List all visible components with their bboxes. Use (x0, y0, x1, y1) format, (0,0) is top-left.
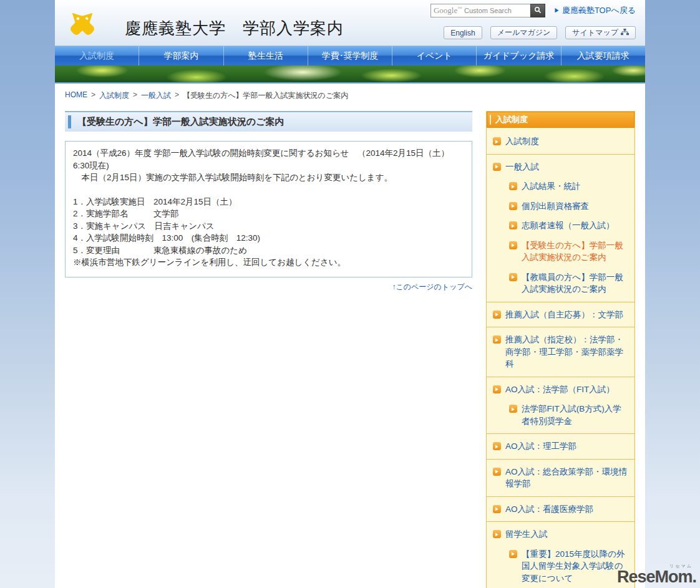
keio-top-link[interactable]: ▶ 慶應義塾TOPへ戻る (554, 5, 636, 16)
sidebar-item-examinee-info-current[interactable]: 【受験生の方へ】学部一般入試実施状況のご案内 (492, 236, 630, 267)
notice-list-item: 5．変更理由 東急東横線の事故のため (73, 244, 464, 257)
english-button[interactable]: English (444, 26, 482, 39)
arrow-square-icon (509, 202, 517, 210)
main-nav: 入試制度 学部案内 塾生生活 学費･奨学制度 イベント ガイドブック請求 入試要… (55, 46, 645, 65)
arrow-square-icon (493, 530, 501, 538)
notice-list-item: 3．実施キャンパス 日吉キャンパス (73, 220, 464, 233)
keio-pen-logo-icon (62, 4, 102, 44)
sidebar-group: 推薦入試（自主応募）：文学部 (487, 302, 634, 327)
arrow-square-icon (493, 163, 501, 171)
arrow-square-icon (509, 182, 517, 190)
notice-list-item: 4．入学試験開始時刻 13:00 (集合時刻 12:30) (73, 232, 464, 244)
breadcrumb-separator: > (133, 90, 137, 101)
breadcrumb-separator: > (91, 90, 95, 101)
sidebar-item-ao-policy-environment[interactable]: AO入試：総合政策学部・環境情報学部 (492, 462, 630, 494)
sidebar-header: 入試制度 (487, 112, 634, 128)
breadcrumb-separator: > (175, 90, 179, 101)
sidebar-group: 推薦入試（指定校）：法学部・商学部・理工学部・薬学部薬学科 (487, 327, 634, 377)
arrow-square-icon (493, 385, 501, 393)
sidebar-item-individual-screening[interactable]: 個別出願資格審査 (492, 196, 630, 216)
breadcrumb-home-link[interactable]: HOME (65, 90, 87, 101)
sidebar-group: 留学生入試 【重要】2015年度以降の外国人留学生対象入学試験の変更について (487, 521, 634, 588)
sidebar-item-staff-info[interactable]: 【教職員の方へ】学部一般入試実施状況のご案内 (492, 267, 630, 299)
sidebar-item-general-exam[interactable]: 一般入試 (492, 157, 630, 177)
arrow-square-icon (509, 550, 517, 558)
sidebar-item-ao-law-fit[interactable]: AO入試：法学部（FIT入試） (492, 380, 630, 400)
main-column: 【受験生の方へ】学部一般入試実施状況のご案内 2014（平成26）年度 学部一般… (65, 111, 472, 292)
sitemap-icon (621, 29, 629, 37)
page-container: 慶應義塾大学 学部入学案内 Google™ Custom Search ▶ 慶應… (55, 0, 645, 588)
arrow-square-icon (509, 405, 517, 413)
breadcrumb: HOME > 入試制度 > 一般入試 > 【受験生の方へ】学部一般入試実施状況の… (55, 84, 645, 105)
mail-magazine-button[interactable]: メールマガジン (490, 26, 558, 39)
sidebar-item-ao-science[interactable]: AO入試：理工学部 (492, 436, 630, 456)
notice-paragraph: 2014（平成26）年度 学部一般入学試験の開始時刻変更に関するお知らせ （20… (73, 147, 464, 171)
sidebar-item-international-change-notice[interactable]: 【重要】2015年度以降の外国人留学生対象入学試験の変更について (492, 544, 630, 588)
sidebar-title: 入試制度 (495, 114, 528, 125)
google-search-box: Google™ Custom Search (430, 4, 545, 17)
sidebar-group: AO入試：法学部（FIT入試） 法学部FIT入試(B方式)入学者特別奨学金 (487, 377, 634, 434)
page-title-bar: 【受験生の方へ】学部一般入試実施状況のご案内 (65, 111, 472, 132)
arrow-square-icon (493, 335, 501, 344)
site-title: 慶應義塾大学 学部入学案内 (125, 17, 344, 39)
arrow-square-icon (493, 311, 501, 319)
search-placeholder: Custom Search (464, 7, 512, 14)
sidebar-item-ao-nursing[interactable]: AO入試：看護医療学部 (492, 499, 630, 519)
arrow-square-icon (509, 273, 517, 281)
main-content-row: 【受験生の方へ】学部一般入試実施状況のご案内 2014（平成26）年度 学部一般… (55, 105, 645, 588)
arrow-square-icon (493, 468, 501, 476)
breadcrumb-current: 【受験生の方へ】学部一般入試実施状況のご案内 (183, 90, 348, 101)
sidebar-item-exam-results[interactable]: 入試結果・統計 (492, 176, 630, 196)
search-input[interactable]: Google™ Custom Search (430, 4, 530, 17)
arrow-square-icon (493, 505, 501, 513)
page-top-link[interactable]: ↑このページのトップへ (392, 282, 472, 291)
breadcrumb-general-exam-link[interactable]: 一般入試 (141, 90, 171, 101)
breadcrumb-admission-link[interactable]: 入試制度 (99, 90, 129, 101)
google-logo: Google™ (434, 6, 462, 16)
sidebar-menu: 入試制度 一般入試 入試結果・統計 個別出願資格審査 志願者速報（一般入試） 【… (487, 128, 634, 588)
arrow-square-icon (509, 241, 517, 249)
arrow-square-icon (493, 137, 501, 145)
sitemap-button[interactable]: サイトマップ (565, 26, 636, 39)
sidebar-item-admission-system[interactable]: 入試制度 (492, 132, 630, 152)
sidebar-item-recommendation-designated[interactable]: 推薦入試（指定校）：法学部・商学部・理工学部・薬学部薬学科 (492, 330, 630, 374)
site-header: 慶應義塾大学 学部入学案内 Google™ Custom Search ▶ 慶應… (55, 0, 645, 46)
sidebar-item-fit-scholarship[interactable]: 法学部FIT入試(B方式)入学者特別奨学金 (492, 399, 630, 431)
header-top-row: Google™ Custom Search ▶ 慶應義塾TOPへ戻る (430, 4, 636, 17)
sidebar-item-applicant-bulletin[interactable]: 志願者速報（一般入試） (492, 216, 630, 236)
notice-list-item: 1．入学試験実施日 2014年2月15日（土） (73, 196, 464, 208)
nav-item-student-life[interactable]: 塾生生活 (224, 46, 308, 65)
triangle-icon: ▶ (554, 7, 560, 15)
resemom-watermark-logo: リセマム ReseMom. (617, 564, 696, 586)
sidebar-item-recommendation-voluntary[interactable]: 推薦入試（自主応募）：文学部 (492, 305, 630, 325)
sidebar-group: AO入試：総合政策学部・環境情報学部 (487, 459, 634, 496)
leaves-banner-image (55, 65, 645, 84)
spacer (73, 184, 464, 196)
search-icon (534, 5, 542, 16)
nav-item-application-request[interactable]: 入試要項請求 (561, 46, 645, 65)
nav-item-events[interactable]: イベント (392, 46, 477, 65)
arrow-square-icon (509, 221, 517, 229)
nav-item-tuition-scholarship[interactable]: 学費･奨学制度 (308, 46, 392, 65)
nav-item-faculty-guide[interactable]: 学部案内 (139, 46, 223, 65)
resemom-logo-text: ReseMom. (617, 567, 696, 586)
sidebar: 入試制度 入試制度 一般入試 入試結果・統計 個別出願資格審査 志願者速報（一般… (486, 111, 635, 588)
notice-box: 2014（平成26）年度 学部一般入学試験の開始時刻変更に関するお知らせ （20… (65, 141, 472, 277)
sidebar-group: 入試制度 (487, 129, 634, 154)
sidebar-item-international-exam[interactable]: 留学生入試 (492, 524, 630, 544)
search-button[interactable] (530, 4, 545, 17)
title-accent-bar (68, 115, 71, 128)
sidebar-group: 一般入試 入試結果・統計 個別出願資格審査 志願者速報（一般入試） 【受験生の方… (487, 154, 634, 302)
sidebar-group: AO入試：看護医療学部 (487, 496, 634, 522)
sidebar-header-accent (490, 115, 491, 125)
arrow-square-icon (493, 442, 501, 450)
notice-list-item: 2．実施学部名 文学部 (73, 208, 464, 220)
page-title: 【受験生の方へ】学部一般入試実施状況のご案内 (77, 116, 284, 128)
nav-item-guidebook-request[interactable]: ガイドブック請求 (477, 46, 561, 65)
notice-paragraph: 本日（2月15日）実施の文学部入学試験開始時刻を下記のとおり変更いたします。 (73, 171, 464, 184)
notice-note: ※横浜市営地下鉄グリーンラインを利用し、迂回してお越しください。 (73, 256, 464, 269)
nav-item-admission-system[interactable]: 入試制度 (55, 46, 139, 65)
sidebar-group: AO入試：理工学部 (487, 433, 634, 459)
page-top-link-row: ↑このページのトップへ (65, 282, 472, 292)
header-button-row: English メールマガジン サイトマップ (444, 26, 636, 39)
